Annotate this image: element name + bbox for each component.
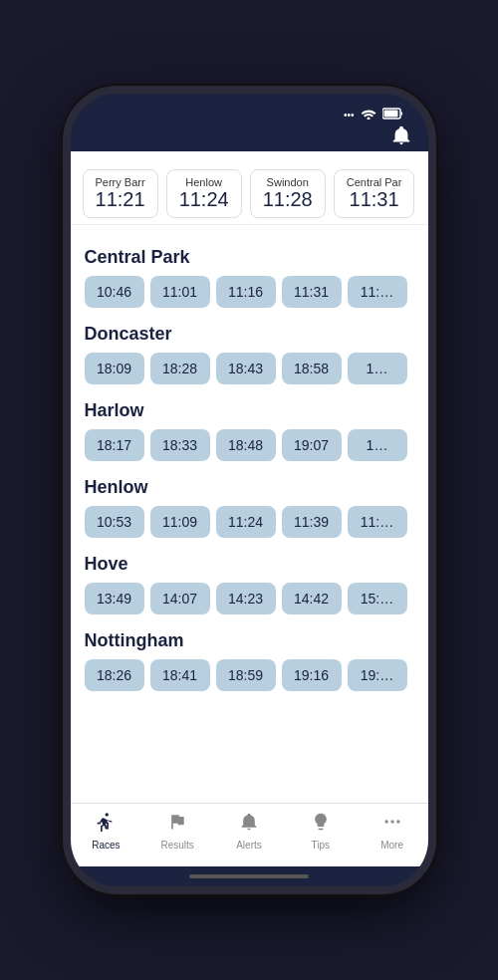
time-slot[interactable]: 13:49 [85,583,144,614]
time-slot[interactable]: 11:… [348,276,407,308]
time-slot[interactable]: 14:42 [282,583,342,614]
time-slot[interactable]: 18:43 [216,353,276,384]
next-race-time: 11:28 [263,188,313,211]
status-icons: ••• [344,106,404,123]
time-slot[interactable]: 19:16 [282,659,342,691]
time-slot[interactable]: 14:07 [150,583,210,614]
time-slot[interactable]: 19:07 [282,429,342,461]
signal-icon: ••• [344,110,355,121]
alerts-icon [239,812,259,837]
time-slots-row: 18:0918:2818:4318:581… [85,353,414,384]
time-slot[interactable]: 18:28 [150,353,210,384]
venue-section: Nottingham18:2618:4118:5919:1619:… [71,626,428,703]
time-slot[interactable]: 18:59 [216,659,276,691]
time-slot[interactable]: 18:17 [85,429,144,461]
svg-rect-1 [383,111,397,118]
time-slot[interactable]: 1… [348,429,407,461]
time-slots-row: 10:4611:0111:1611:3111:… [85,276,414,308]
time-slot[interactable]: 10:53 [85,506,144,538]
venue-section: Harlow18:1718:3318:4819:071… [71,396,428,473]
time-slot[interactable]: 11:01 [150,276,210,308]
date-header [71,225,428,243]
next-race-card[interactable]: Swindon 11:28 [250,169,326,218]
venue-name: Doncaster [85,324,414,345]
nav-label-results: Results [161,840,194,851]
nav-item-results[interactable]: Results [141,812,213,851]
nav-item-races[interactable]: Races [71,812,142,851]
nav-label-tips: Tips [312,840,331,851]
time-slot[interactable]: 15:… [348,583,407,614]
phone-frame: ••• [63,86,436,894]
time-slot[interactable]: 11:09 [150,506,210,538]
nav-label-races: Races [92,840,120,851]
time-slots-row: 18:1718:3318:4819:071… [85,429,414,461]
nav-label-alerts: Alerts [236,840,262,851]
next-race-card[interactable]: Henlow 11:24 [166,169,242,218]
nav-item-alerts[interactable]: Alerts [213,812,285,851]
venue-section: Central Park10:4611:0111:1611:3111:… [71,243,428,320]
time-slot[interactable]: 11:39 [282,506,342,538]
venue-section: Doncaster18:0918:2818:4318:581… [71,320,428,396]
time-slot[interactable]: 14:23 [216,583,276,614]
races-icon [96,812,116,837]
next-race-card[interactable]: Perry Barr 11:21 [83,169,158,218]
time-slots-row: 10:5311:0911:2411:3911:… [85,506,414,538]
home-bar [189,874,309,878]
venue-name: Hove [85,554,414,575]
bell-icon[interactable] [390,124,412,151]
nav-label-more: More [380,840,403,851]
next-race-venue: Henlow [179,176,229,188]
venue-name: Harlow [85,400,414,421]
time-slot[interactable]: 11:… [348,506,407,538]
time-slot[interactable]: 18:41 [150,659,210,691]
time-slot[interactable]: 1… [348,353,407,384]
next-race-card[interactable]: Central Par 11:31 [334,169,415,218]
svg-point-2 [384,820,387,823]
venue-section: Henlow10:5311:0911:2411:3911:… [71,473,428,550]
time-slot[interactable]: 18:26 [85,659,144,691]
time-slot[interactable]: 10:46 [85,276,144,308]
time-slot[interactable]: 18:58 [282,353,342,384]
wifi-icon [361,106,376,123]
time-slot[interactable]: 11:31 [282,276,342,308]
time-slot[interactable]: 11:24 [216,506,276,538]
next-race-time: 11:24 [179,188,229,211]
home-indicator [71,866,428,886]
time-slots-row: 18:2618:4118:5919:1619:… [85,659,414,691]
next-race-venue: Swindon [263,176,313,188]
time-slot[interactable]: 11:16 [216,276,276,308]
more-icon [382,812,402,837]
nav-item-tips[interactable]: Tips [285,812,357,851]
bottom-nav: RacesResultsAlertsTipsMore [71,803,428,866]
next-race-venue: Perry Barr [96,176,145,188]
time-slot[interactable]: 18:09 [85,353,144,384]
venue-name: Henlow [85,477,414,498]
venues-container: Central Park10:4611:0111:1611:3111:…Donc… [71,243,428,703]
venue-name: Nottingham [85,630,414,651]
main-content: Perry Barr 11:21 Henlow 11:24 Swindon 11… [71,151,428,803]
next-races-section: Perry Barr 11:21 Henlow 11:24 Swindon 11… [71,151,428,225]
time-slot[interactable]: 18:33 [150,429,210,461]
venue-name: Central Park [85,247,414,268]
svg-point-3 [390,820,393,823]
phone-notch [174,94,324,122]
next-races-row: Perry Barr 11:21 Henlow 11:24 Swindon 11… [83,169,416,218]
tips-icon [311,812,331,837]
svg-point-4 [396,820,399,823]
next-race-time: 11:21 [96,188,145,211]
results-icon [167,812,187,837]
next-race-venue: Central Par [347,176,402,188]
venue-section: Hove13:4914:0714:2314:4215:… [71,550,428,626]
nav-item-more[interactable]: More [357,812,428,851]
header [71,129,428,151]
battery-icon [382,106,404,123]
time-slot[interactable]: 18:48 [216,429,276,461]
time-slots-row: 13:4914:0714:2314:4215:… [85,583,414,614]
next-race-time: 11:31 [347,188,402,211]
time-slot[interactable]: 19:… [348,659,407,691]
